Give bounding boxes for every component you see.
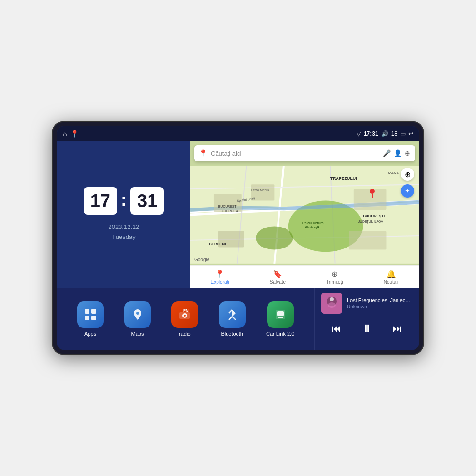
map-svg: TRAPEZULUI Parcul Natural Văcărești BUCU… — [190, 164, 419, 265]
explore-icon: 📍 — [215, 269, 225, 278]
back-button[interactable]: ↩ — [408, 130, 413, 137]
clock-panel: 17 : 31 2023.12.12 Tuesday — [57, 141, 190, 288]
top-row: 17 : 31 2023.12.12 Tuesday 📍 Căutați aic… — [57, 141, 419, 288]
svg-rect-28 — [85, 309, 89, 314]
news-icon: 🔔 — [387, 269, 396, 278]
svg-point-9 — [256, 226, 293, 249]
explore-label: Explorați — [211, 279, 229, 285]
svg-text:BUCUREȘTI: BUCUREȘTI — [218, 205, 238, 208]
music-text: Lost Frequencies_Janieck Devy-... Unknow… — [347, 298, 412, 309]
signal-icon: ▽ — [357, 130, 361, 137]
next-button[interactable]: ⏭ — [388, 321, 407, 336]
send-icon: ⊕ — [331, 269, 337, 278]
bluetooth-icon — [219, 301, 246, 328]
clock-date: 2023.12.12 Tuesday — [108, 222, 139, 242]
map-bottom-bar: 📍 Explorați 🔖 Salvate ⊕ Trimiteți 🔔 — [190, 265, 419, 288]
svg-rect-31 — [91, 316, 96, 320]
maps-status-icon[interactable]: 📍 — [70, 130, 79, 138]
apps-icon — [77, 301, 104, 328]
status-right: ▽ 17:31 🔊 18 ▭ ↩ — [357, 130, 413, 137]
status-time: 17:31 — [364, 130, 378, 137]
map-tab-send[interactable]: ⊕ Trimiteți — [326, 269, 343, 285]
clock-display: 17 : 31 — [84, 187, 164, 215]
main-content: 17 : 31 2023.12.12 Tuesday 📍 Căutați aic… — [57, 141, 419, 350]
layers-icon[interactable]: ⊕ — [405, 149, 410, 157]
screen: ⌂ 📍 ▽ 17:31 🔊 18 ▭ ↩ 17 : — [57, 126, 419, 350]
send-label: Trimiteți — [326, 279, 343, 285]
account-icon[interactable]: 👤 — [394, 149, 402, 157]
app-item-maps[interactable]: Maps — [124, 301, 151, 337]
svg-text:BERCENI: BERCENI — [209, 242, 226, 246]
app-item-bluetooth[interactable]: Bluetooth — [219, 301, 246, 337]
svg-text:JUDEȚUL ILFOV: JUDEȚUL ILFOV — [358, 220, 384, 224]
status-left: ⌂ 📍 — [63, 130, 79, 138]
svg-point-26 — [370, 189, 375, 194]
map-tab-explore[interactable]: 📍 Explorați — [211, 269, 229, 285]
saved-icon: 🔖 — [273, 269, 282, 278]
map-panel[interactable]: 📍 Căutați aici 🎤 👤 ⊕ — [190, 141, 419, 288]
svg-text:FM: FM — [183, 308, 189, 313]
map-pin-icon: 📍 — [199, 149, 207, 157]
svg-text:UZANA: UZANA — [386, 171, 399, 175]
radio-label: radio — [179, 331, 190, 337]
svg-text:TRAPEZULUI: TRAPEZULUI — [330, 176, 357, 181]
music-title: Lost Frequencies_Janieck Devy-... — [347, 298, 412, 303]
voice-search-icon[interactable]: 🎤 — [383, 149, 391, 157]
music-panel: Lost Frequencies_Janieck Devy-... Unknow… — [314, 288, 419, 350]
compass-button[interactable]: ⊕ — [401, 168, 414, 181]
news-label: Noutăți — [384, 279, 399, 285]
clock-colon: : — [121, 190, 127, 210]
volume-icon: 🔊 — [381, 130, 388, 137]
svg-rect-39 — [278, 317, 283, 318]
apps-row: Apps Maps — [57, 288, 314, 350]
svg-rect-29 — [91, 309, 96, 314]
maps-label: Maps — [131, 331, 144, 337]
bluetooth-label: Bluetooth — [221, 331, 243, 337]
svg-text:Parcul Natural: Parcul Natural — [302, 221, 325, 225]
music-controls: ⏮ ⏸ ⏭ — [321, 320, 412, 337]
clock-minutes: 31 — [130, 187, 164, 215]
svg-point-35 — [184, 315, 186, 317]
location-button[interactable]: ✦ — [401, 184, 414, 198]
map-area[interactable]: TRAPEZULUI Parcul Natural Văcărești BUCU… — [190, 164, 419, 265]
app-item-radio[interactable]: FM radio — [171, 301, 198, 337]
map-tab-news[interactable]: 🔔 Noutăți — [384, 269, 399, 285]
svg-rect-30 — [85, 316, 89, 320]
apps-label: Apps — [84, 331, 96, 337]
music-info: Lost Frequencies_Janieck Devy-... Unknow… — [321, 293, 412, 314]
carlink-icon — [267, 301, 294, 328]
svg-rect-14 — [349, 231, 386, 249]
car-display-unit: ⌂ 📍 ▽ 17:31 🔊 18 ▭ ↩ 17 : — [52, 121, 424, 355]
carlink-label: Car Link 2.0 — [266, 331, 294, 337]
svg-text:SECTORUL 4: SECTORUL 4 — [218, 209, 238, 213]
svg-point-32 — [136, 312, 139, 315]
play-pause-button[interactable]: ⏸ — [357, 320, 377, 337]
prev-button[interactable]: ⏮ — [327, 321, 346, 336]
radio-icon: FM — [171, 301, 198, 328]
svg-rect-38 — [277, 311, 284, 316]
svg-rect-12 — [354, 189, 387, 210]
map-search-actions: 🎤 👤 ⊕ — [383, 149, 410, 157]
battery-level: 18 — [391, 130, 397, 137]
map-search-input[interactable]: Căutați aici — [211, 150, 379, 157]
music-artist: Unknown — [347, 304, 412, 309]
svg-text:Leroy Merlin: Leroy Merlin — [251, 188, 269, 192]
clock-hours: 17 — [84, 187, 117, 215]
svg-point-43 — [330, 298, 334, 301]
status-bar: ⌂ 📍 ▽ 17:31 🔊 18 ▭ ↩ — [57, 126, 419, 141]
map-tab-saved[interactable]: 🔖 Salvate — [270, 269, 286, 285]
svg-text:Văcărești: Văcărești — [305, 226, 319, 229]
svg-point-42 — [328, 302, 336, 308]
saved-label: Salvate — [270, 279, 286, 285]
music-thumbnail — [321, 293, 342, 314]
battery-icon: ▭ — [400, 130, 406, 137]
app-item-carlink[interactable]: Car Link 2.0 — [266, 301, 294, 337]
bottom-row: Apps Maps — [57, 288, 419, 350]
app-item-apps[interactable]: Apps — [77, 301, 104, 337]
home-icon[interactable]: ⌂ — [63, 130, 67, 138]
maps-icon — [124, 301, 151, 328]
google-logo: Google — [194, 257, 209, 262]
map-search-bar[interactable]: 📍 Căutați aici 🎤 👤 ⊕ — [194, 145, 415, 161]
svg-text:BUCUREȘTI: BUCUREȘTI — [363, 214, 385, 218]
